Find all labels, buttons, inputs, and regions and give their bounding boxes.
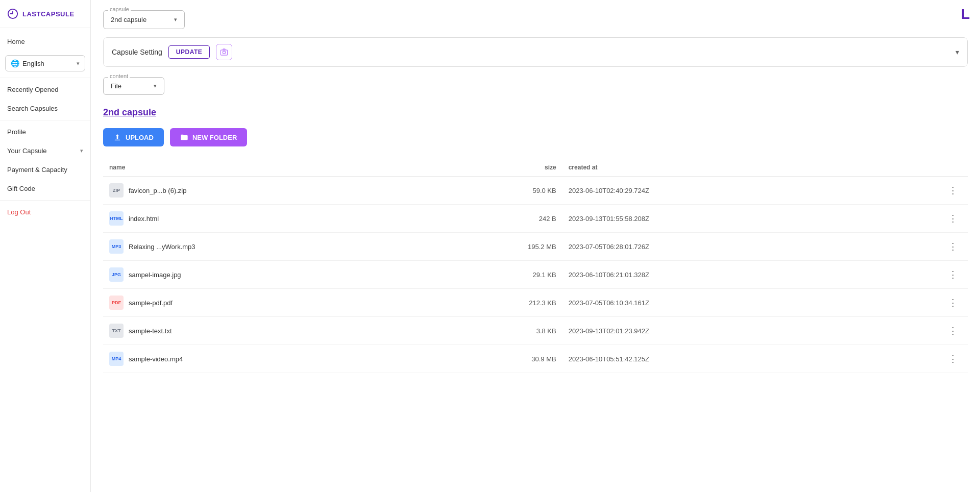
- content-field-wrapper: content File ▾: [103, 77, 164, 95]
- file-size-cell: 59.0 KB: [428, 177, 562, 205]
- content-chevron-icon: ▾: [154, 83, 157, 89]
- action-buttons: UPLOAD NEW FOLDER: [103, 128, 968, 146]
- table-row: PDF sample-pdf.pdf 212.3 KB 2023-07-05T0…: [103, 289, 968, 317]
- file-actions-cell: ⋮: [870, 261, 968, 289]
- table-row: HTML index.html 242 B 2023-09-13T01:55:5…: [103, 205, 968, 233]
- capsule-setting-label: Capsule Setting: [112, 48, 162, 56]
- file-more-button[interactable]: ⋮: [944, 295, 962, 310]
- file-size-cell: 3.8 KB: [428, 317, 562, 345]
- file-table: name size created at ZIP favicon_p...b (…: [103, 159, 968, 373]
- recently-opened-label: Recently Opened: [7, 86, 58, 93]
- logo-text: LASTCAPSULE: [22, 10, 75, 18]
- file-date-cell: 2023-09-13T01:55:58.208Z: [562, 205, 870, 233]
- sidebar-item-gift-code[interactable]: Gift Code: [0, 179, 90, 198]
- sidebar-item-payment-capacity[interactable]: Payment & Capacity: [0, 160, 90, 179]
- upload-button[interactable]: UPLOAD: [103, 128, 164, 146]
- file-more-button[interactable]: ⋮: [944, 267, 962, 282]
- file-name[interactable]: sample-text.txt: [129, 327, 172, 335]
- file-more-button[interactable]: ⋮: [944, 183, 962, 198]
- file-name-cell: MP3 Relaxing ...yWork.mp3: [103, 233, 428, 261]
- file-more-button[interactable]: ⋮: [944, 239, 962, 254]
- table-row: TXT sample-text.txt 3.8 KB 2023-09-13T02…: [103, 317, 968, 345]
- capsule-selected-value: 2nd capsule: [111, 16, 146, 23]
- photo-icon-button[interactable]: [216, 44, 232, 60]
- file-size-cell: 29.1 KB: [428, 261, 562, 289]
- profile-label: Profile: [7, 128, 26, 136]
- language-selector[interactable]: 🌐 English ▾: [5, 55, 85, 71]
- file-icon: MP3: [109, 239, 124, 254]
- avatar-letter: L: [961, 6, 970, 22]
- file-date-cell: 2023-06-10T02:40:29.724Z: [562, 177, 870, 205]
- language-label: English: [22, 60, 44, 67]
- sidebar-item-search-capsules[interactable]: Search Capsules: [0, 99, 90, 118]
- file-size-cell: 242 B: [428, 205, 562, 233]
- sidebar: LASTCAPSULE Home 🌐 English ▾ Recently Op…: [0, 0, 91, 492]
- file-size-cell: 195.2 MB: [428, 233, 562, 261]
- file-icon: JPG: [109, 267, 124, 282]
- your-capsule-label: Your Capsule: [7, 147, 47, 155]
- file-date-cell: 2023-06-10T06:21:01.328Z: [562, 261, 870, 289]
- sidebar-item-home[interactable]: Home: [0, 32, 90, 51]
- upload-label: UPLOAD: [126, 134, 154, 141]
- sidebar-item-logout[interactable]: Log Out: [0, 203, 90, 222]
- file-icon: TXT: [109, 324, 124, 338]
- col-name-header: name: [103, 159, 428, 177]
- chevron-right-icon: ▾: [80, 147, 83, 154]
- file-date-cell: 2023-09-13T02:01:23.942Z: [562, 317, 870, 345]
- sidebar-nav: Home 🌐 English ▾ Recently Opened Search …: [0, 28, 90, 226]
- file-size-cell: 212.3 KB: [428, 289, 562, 317]
- update-button[interactable]: UPDATE: [168, 45, 210, 59]
- nav-divider-3: [0, 200, 90, 201]
- col-size-header: size: [428, 159, 562, 177]
- payment-capacity-label: Payment & Capacity: [7, 166, 67, 174]
- file-name-cell: TXT sample-text.txt: [103, 317, 428, 345]
- file-actions-cell: ⋮: [870, 177, 968, 205]
- main-inner: capsule 2nd capsule ▾ Capsule Setting UP…: [91, 0, 980, 383]
- file-size-cell: 30.9 MB: [428, 345, 562, 373]
- sidebar-item-your-capsule[interactable]: Your Capsule ▾: [0, 141, 90, 160]
- file-name-cell: MP4 sample-video.mp4: [103, 345, 428, 373]
- capsule-dropdown[interactable]: 2nd capsule ▾: [103, 10, 185, 29]
- main-content: L capsule 2nd capsule ▾ Capsule Setting …: [91, 0, 980, 492]
- table-row: JPG sampel-image.jpg 29.1 KB 2023-06-10T…: [103, 261, 968, 289]
- file-name-cell: PDF sample-pdf.pdf: [103, 289, 428, 317]
- upload-icon: [113, 133, 121, 141]
- file-actions-cell: ⋮: [870, 345, 968, 373]
- logout-label: Log Out: [7, 208, 31, 216]
- file-actions-cell: ⋮: [870, 317, 968, 345]
- content-type-dropdown[interactable]: File ▾: [103, 77, 164, 95]
- content-type-selected: File: [111, 82, 121, 90]
- file-name[interactable]: index.html: [129, 215, 159, 223]
- capsule-title-link[interactable]: 2nd capsule: [103, 107, 968, 118]
- file-actions-cell: ⋮: [870, 289, 968, 317]
- sidebar-item-recently-opened[interactable]: Recently Opened: [0, 80, 90, 99]
- nav-divider-2: [0, 120, 90, 120]
- file-more-button[interactable]: ⋮: [944, 211, 962, 226]
- sidebar-item-profile[interactable]: Profile: [0, 122, 90, 141]
- chevron-down-icon: ▾: [77, 60, 80, 67]
- new-folder-button[interactable]: NEW FOLDER: [170, 128, 247, 146]
- gift-code-label: Gift Code: [7, 185, 35, 192]
- nav-divider-1: [0, 78, 90, 78]
- file-name[interactable]: sampel-image.jpg: [129, 271, 181, 279]
- file-actions-cell: ⋮: [870, 233, 968, 261]
- file-more-button[interactable]: ⋮: [944, 351, 962, 366]
- file-table-header: name size created at: [103, 159, 968, 177]
- new-folder-label: NEW FOLDER: [192, 134, 237, 141]
- svg-point-2: [223, 51, 226, 54]
- logo-area[interactable]: LASTCAPSULE: [0, 0, 90, 28]
- setting-chevron-icon[interactable]: ▾: [955, 48, 959, 56]
- folder-plus-icon: [180, 133, 188, 141]
- file-name-cell: JPG sampel-image.jpg: [103, 261, 428, 289]
- file-name[interactable]: Relaxing ...yWork.mp3: [129, 243, 195, 251]
- file-icon: ZIP: [109, 183, 124, 198]
- file-more-button[interactable]: ⋮: [944, 323, 962, 338]
- capsule-chevron-icon: ▾: [174, 16, 177, 23]
- globe-icon: 🌐: [11, 59, 19, 67]
- file-icon: HTML: [109, 211, 124, 226]
- file-name-cell: HTML index.html: [103, 205, 428, 233]
- file-name[interactable]: favicon_p...b (6).zip: [129, 187, 186, 194]
- file-name[interactable]: sample-video.mp4: [129, 355, 183, 363]
- file-name[interactable]: sample-pdf.pdf: [129, 299, 173, 307]
- capsule-setting-bar: Capsule Setting UPDATE ▾: [103, 37, 968, 67]
